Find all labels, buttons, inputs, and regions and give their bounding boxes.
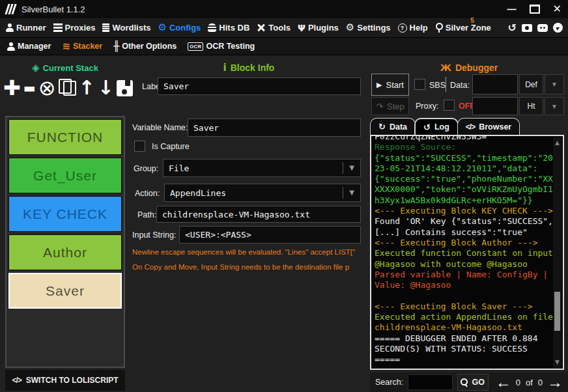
tab-browser[interactable]: </>Browser bbox=[457, 118, 520, 135]
stacker-icon: ≋ bbox=[62, 42, 70, 51]
stack-block-saver[interactable]: Saver bbox=[8, 273, 122, 309]
add-block-button[interactable]: ✚ bbox=[3, 77, 21, 98]
subnav-item-ocr-testing[interactable]: OCR Testing bbox=[188, 42, 255, 51]
variable-name-input[interactable]: Saver bbox=[188, 119, 361, 137]
silver-zone-badge: 5 bbox=[470, 17, 474, 24]
log-scrollbar[interactable]: ▲ ▼ bbox=[553, 137, 561, 367]
input-string-input[interactable]: <USER>:<PASS> bbox=[179, 226, 361, 244]
scrollbar-thumb[interactable] bbox=[554, 292, 560, 331]
menu-item-runner[interactable]: Runner bbox=[5, 23, 46, 33]
group-dropdown[interactable]: File ▼ bbox=[163, 159, 361, 177]
duplicate-block-button[interactable] bbox=[59, 81, 76, 96]
menu-item-hits-db[interactable]: Hits DB bbox=[208, 23, 249, 33]
close-icon[interactable]: ✕ bbox=[553, 4, 561, 14]
proxies-icon bbox=[53, 23, 63, 32]
log-line: childrensplace-VM-Hagasoo.txt bbox=[375, 322, 563, 333]
menu-item-help[interactable]: ?Help bbox=[398, 23, 428, 33]
proxy-type-dropdown[interactable]: Ht bbox=[519, 97, 543, 115]
is-capture-checkbox[interactable] bbox=[134, 141, 145, 152]
code-icon: </> bbox=[12, 376, 21, 385]
minimize-icon[interactable]: — bbox=[507, 5, 517, 14]
tab-data[interactable]: ↻Data bbox=[370, 118, 416, 135]
tab-label: Log bbox=[434, 122, 449, 132]
sbs-checkbox[interactable] bbox=[414, 79, 425, 90]
subnav-label: OCR Testing bbox=[206, 42, 255, 51]
help-icon: ? bbox=[398, 23, 407, 33]
subnav-item-manager[interactable]: Manager bbox=[7, 42, 51, 51]
wordlists-icon bbox=[102, 23, 109, 32]
start-button[interactable]: ▶ Start bbox=[371, 74, 409, 96]
step-button[interactable]: ↷ Step bbox=[371, 97, 409, 115]
step-button-label: Step bbox=[387, 102, 405, 111]
remove-block-button[interactable]: ▬ bbox=[23, 81, 36, 94]
log-line: Found 'OR' Key {"status":"SUCCESS", bbox=[375, 216, 563, 227]
proxy-checkbox[interactable] bbox=[444, 100, 455, 111]
camera-icon[interactable] bbox=[522, 24, 532, 32]
data-type-dropdown[interactable]: Def bbox=[519, 74, 543, 94]
stack-block-function[interactable]: FUNCTION bbox=[8, 119, 122, 155]
tab-label: Browser bbox=[479, 122, 511, 132]
switch-button-label: SWITCH TO LOLISCRIPT bbox=[26, 376, 119, 385]
menu-item-plugins[interactable]: ΨPlugins bbox=[298, 23, 339, 33]
scroll-up-icon[interactable]: ▲ bbox=[553, 139, 561, 147]
data-input[interactable] bbox=[472, 74, 518, 94]
warning-text-1: Newline escape sequences will be evaluat… bbox=[132, 248, 370, 256]
tab-log[interactable]: ↺Log bbox=[414, 118, 459, 135]
subnav-item-stacker[interactable]: ≋Stacker bbox=[62, 42, 102, 51]
debugger-tabs: ↻Data ↺Log </>Browser bbox=[370, 118, 518, 135]
subnav-label: Stacker bbox=[73, 42, 102, 51]
stack-block-key-check[interactable]: KEY CHECK bbox=[8, 196, 122, 232]
menu-label: Hits DB bbox=[219, 23, 249, 33]
history-icon[interactable]: ↺ bbox=[508, 23, 517, 33]
step-icon: ↷ bbox=[376, 102, 383, 111]
discord-icon[interactable] bbox=[537, 24, 548, 32]
data-label: Data: bbox=[450, 81, 470, 90]
action-dropdown[interactable]: AppendLines ▼ bbox=[164, 184, 361, 202]
path-input[interactable]: childrensplace-VM-Hagasoo.txt bbox=[156, 206, 361, 223]
menu-label: Help bbox=[410, 23, 428, 33]
chevron-down-icon[interactable]: ▼ bbox=[545, 97, 564, 115]
move-up-button[interactable]: ↑ bbox=[79, 78, 95, 98]
telegram-icon[interactable] bbox=[553, 23, 563, 33]
log-line: [...] Contains success":"true" bbox=[375, 227, 563, 238]
go-button[interactable]: GO bbox=[457, 374, 489, 391]
menu-item-wordlists[interactable]: Wordlists bbox=[102, 23, 150, 33]
search-input[interactable] bbox=[408, 374, 453, 390]
stack-block-author[interactable]: Author bbox=[8, 234, 122, 270]
clear-stack-button[interactable]: ⊗ bbox=[38, 77, 56, 98]
debugger-log-panel: F0zzCurZqZNEChvZW53W3= Response Source: … bbox=[370, 135, 564, 370]
app-window: SilverBullet 1.1.2 — ✕ Runner Proxies Wo… bbox=[0, 0, 568, 392]
menu-item-tools[interactable]: Tools bbox=[257, 23, 291, 33]
menu-label: Plugins bbox=[308, 23, 339, 33]
log-line: Response Source: bbox=[375, 142, 563, 152]
prev-result-button[interactable]: ← bbox=[496, 374, 511, 390]
window-title: SilverBullet 1.1.2 bbox=[21, 5, 85, 14]
menu-item-settings[interactable]: ⚙Settings bbox=[346, 23, 391, 33]
label-input[interactable]: Saver bbox=[158, 77, 361, 95]
next-result-button[interactable]: → bbox=[547, 374, 563, 390]
stack-block-get-user[interactable]: Get_User bbox=[8, 158, 122, 193]
main-menubar: Runner Proxies Wordlists ⚙Configs Hits D… bbox=[0, 18, 568, 38]
menubar-trailing-icons: ↺ bbox=[508, 23, 563, 33]
proxy-input[interactable] bbox=[472, 97, 518, 115]
log-line: SECOND(S) WITH STATUS: SUCCESS bbox=[375, 344, 563, 354]
move-down-button[interactable]: ↓ bbox=[98, 78, 114, 98]
tab-label: Data bbox=[390, 122, 407, 132]
scroll-down-icon[interactable]: ▼ bbox=[553, 358, 561, 366]
maximize-icon[interactable] bbox=[530, 5, 540, 14]
plug-icon: Ψ bbox=[298, 23, 305, 33]
chevron-down-icon[interactable]: ▼ bbox=[545, 74, 564, 94]
action-label: Action: bbox=[135, 189, 160, 198]
menu-item-proxies[interactable]: Proxies bbox=[53, 23, 96, 33]
switch-to-loliscript-button[interactable]: </> SWITCH TO LOLISCRIPT bbox=[5, 370, 125, 391]
log-line: {"success":"true","phoneNumber":"XX bbox=[375, 174, 563, 184]
log-line: Executed function Constant on input bbox=[375, 248, 563, 259]
menu-label: Proxies bbox=[65, 23, 96, 33]
subnav-item-other-options[interactable]: ╫Other Options bbox=[113, 42, 177, 51]
menu-label: Runner bbox=[16, 23, 46, 33]
chevron-down-icon: ▼ bbox=[343, 189, 360, 196]
proxy-label: Proxy: bbox=[416, 102, 438, 111]
log-line: F0zzCurZqZNEChvZW53W3= bbox=[375, 135, 563, 142]
menu-item-silver-zone[interactable]: 5 Silver Zone bbox=[435, 23, 491, 33]
menu-item-configs[interactable]: ⚙Configs bbox=[158, 23, 201, 33]
